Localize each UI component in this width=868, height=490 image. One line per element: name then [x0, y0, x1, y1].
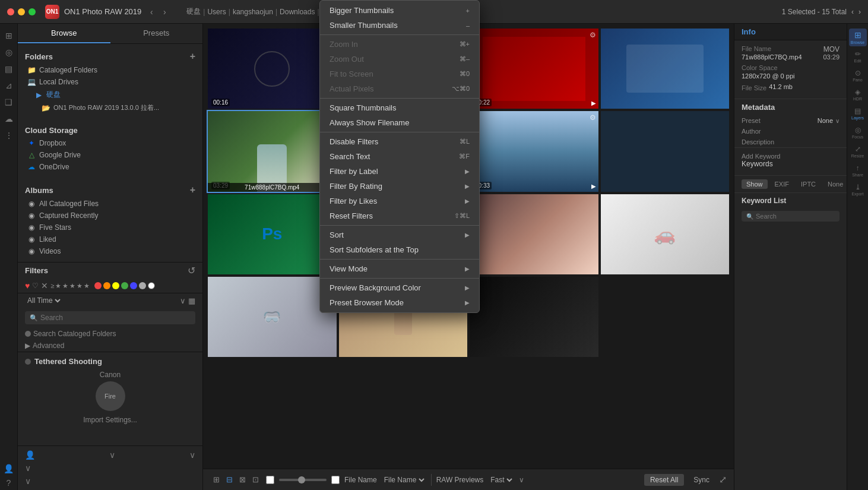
rail-help-icon[interactable]: ?	[2, 476, 16, 490]
rail-edit-button[interactable]: ✏ Edit	[849, 48, 867, 65]
menu-square-thumbnails[interactable]: Square Thumbnails	[320, 100, 479, 115]
rail-cloud-icon[interactable]: ☁	[2, 112, 16, 126]
menu-filter-by-likes[interactable]: Filter by Likes ▶	[320, 194, 479, 208]
menu-sort[interactable]: Sort ▶	[320, 227, 479, 242]
menu-search-text[interactable]: Search Text ⌘F	[320, 149, 479, 164]
table-row[interactable]: 00:22 ▶ ⚙	[470, 29, 598, 109]
import-settings-button[interactable]: Import Settings...	[25, 413, 195, 426]
menu-filter-by-label[interactable]: Filter by Label ▶	[320, 164, 479, 179]
filter-color-blue[interactable]	[130, 282, 137, 289]
filter-color-yellow[interactable]	[112, 282, 119, 289]
menu-preset-browser-mode[interactable]: Preset Browser Mode ▶	[320, 295, 479, 310]
sidebar-item-local-drives[interactable]: 💻 Local Drives	[18, 76, 202, 88]
sidebar-item-onedrive[interactable]: ☁ OneDrive	[18, 161, 202, 173]
sidebar-item-on1path[interactable]: 📂 ON1 Photo RAW 2019 13.0.0 拉着...	[18, 102, 202, 114]
table-row[interactable]: Ps	[208, 194, 337, 274]
filter-color-red[interactable]	[94, 282, 102, 289]
chevron-down-3[interactable]: ∨	[25, 463, 31, 473]
table-row[interactable]	[470, 277, 598, 357]
chevron-down-2[interactable]: ∨	[189, 450, 195, 460]
sort-select[interactable]: File Name	[382, 475, 426, 485]
user-icon[interactable]: 👤	[25, 450, 35, 460]
filter-color-gray[interactable]	[139, 282, 146, 289]
filter-color-white[interactable]	[148, 282, 155, 289]
keyword-search-input[interactable]	[756, 213, 838, 220]
table-row[interactable]: 00:16 ▶	[208, 29, 337, 109]
filter-stars[interactable]: ≥★★★★★	[50, 282, 90, 290]
view-icon-single[interactable]: ⊡	[249, 474, 261, 486]
calendar-icon[interactable]: ▦	[188, 296, 195, 305]
advanced-search[interactable]: ▶ Advanced	[18, 340, 202, 352]
fire-button[interactable]: Fire	[96, 381, 125, 411]
nav-next-icon[interactable]: ›	[859, 8, 861, 16]
view-icon-grid[interactable]: ⊟	[223, 474, 235, 486]
table-row[interactable]	[601, 111, 730, 191]
sidebar-item-dropbox[interactable]: ✦ Dropbox	[18, 137, 202, 149]
table-row[interactable]: 🚗	[601, 194, 730, 274]
sidebar-item-harddisk[interactable]: ▶ 硬盘	[18, 88, 202, 102]
table-row[interactable]: 00:33 ▶ ⚙	[470, 111, 598, 191]
nav-back[interactable]: ‹	[146, 7, 157, 17]
expand-icon[interactable]: ⤢	[719, 474, 727, 485]
sidebar-item-five-stars[interactable]: ◉ Five Stars	[18, 222, 202, 233]
menu-smaller-thumbnails[interactable]: Smaller Thumbnails –	[320, 18, 479, 33]
filename-checkbox[interactable]	[331, 476, 340, 484]
rail-focus-button[interactable]: ◎ Focus	[849, 124, 867, 141]
menu-filter-by-rating[interactable]: Filter By Rating ▶	[320, 179, 479, 194]
add-folder-button[interactable]: +	[190, 51, 195, 62]
sidebar-item-captured-recently[interactable]: ◉ Captured Recently	[18, 210, 202, 222]
tab-iptc[interactable]: IPTC	[796, 179, 821, 189]
menu-sort-subfolders[interactable]: Sort Subfolders at the Top	[320, 242, 479, 257]
minimize-button[interactable]	[18, 8, 25, 15]
filter-color-green[interactable]	[121, 282, 128, 289]
menu-reset-filters[interactable]: Reset Filters ⇧⌘L	[320, 208, 479, 223]
rail-filter-icon[interactable]: ⊿	[2, 78, 16, 93]
albums-header[interactable]: Albums +	[18, 182, 202, 198]
menu-always-show-filename[interactable]: Always Show Filename	[320, 115, 479, 130]
rail-stack-icon[interactable]: ❑	[2, 95, 16, 109]
tab-none[interactable]: None	[823, 179, 847, 189]
rail-layers-icon[interactable]: ▤	[2, 62, 16, 76]
sidebar-item-cataloged[interactable]: 📁 Cataloged Folders	[18, 64, 202, 76]
table-row[interactable]	[470, 194, 598, 274]
sidebar-item-videos[interactable]: ◉ Videos	[18, 245, 202, 257]
sync-button[interactable]: Sync	[693, 476, 709, 484]
preset-select[interactable]: None ∨	[818, 117, 840, 124]
close-button[interactable]	[7, 8, 14, 15]
add-album-button[interactable]: +	[190, 185, 195, 195]
filter-color-orange[interactable]	[103, 282, 110, 289]
chevron-down-4[interactable]: ∨	[25, 476, 31, 486]
view-icon-left[interactable]: ⊞	[210, 474, 222, 486]
rail-browse-icon[interactable]: ⊞	[2, 29, 16, 43]
table-row[interactable]: 🥽	[208, 277, 337, 357]
rail-resize-button[interactable]: ⤢ Resize	[849, 143, 867, 160]
tab-show[interactable]: Show	[742, 179, 768, 189]
chevron-down-speed[interactable]: ∨	[519, 476, 524, 484]
rail-grid-icon[interactable]: ⋮	[2, 128, 16, 143]
table-row[interactable]: 03:29 ▶ ⚙ 71w888plC7BQ.mp4	[208, 111, 337, 191]
speed-select[interactable]: Fast	[488, 475, 514, 485]
filter-heart-icon[interactable]: ♥	[25, 281, 30, 290]
rail-export-button[interactable]: ⤓ Export	[849, 181, 867, 198]
rail-share-button[interactable]: ↑ Share	[849, 162, 867, 179]
rail-pano-button[interactable]: ⊙ Pano	[849, 67, 867, 84]
add-keyword-button[interactable]: Add Keyword	[742, 153, 780, 160]
rail-hdr-button[interactable]: ◈ HDR	[849, 86, 867, 103]
tab-presets[interactable]: Presets	[110, 24, 203, 43]
filter-x-icon[interactable]: ✕	[41, 281, 48, 290]
chevron-down-1[interactable]: ∨	[109, 450, 115, 460]
rail-camera-icon[interactable]: ◎	[2, 45, 16, 59]
reset-all-button[interactable]: Reset All	[644, 474, 684, 486]
view-icon-filmstrip[interactable]: ⊠	[236, 474, 248, 486]
time-chevron-icon[interactable]: ∨	[180, 296, 186, 305]
cloud-header[interactable]: Cloud Storage	[18, 124, 202, 137]
select-all-checkbox[interactable]	[266, 476, 274, 484]
menu-disable-filters[interactable]: Disable Filters ⌘L	[320, 134, 479, 149]
sidebar-item-liked[interactable]: ◉ Liked	[18, 233, 202, 245]
sidebar-item-google-drive[interactable]: △ Google Drive	[18, 149, 202, 161]
maximize-button[interactable]	[28, 8, 36, 15]
filter-reset-button[interactable]: ↺	[188, 265, 195, 276]
filter-heart-empty-icon[interactable]: ♡	[32, 282, 39, 290]
folders-header[interactable]: Folders +	[18, 49, 202, 64]
rail-layers-button[interactable]: ▤ Layers	[849, 105, 867, 122]
